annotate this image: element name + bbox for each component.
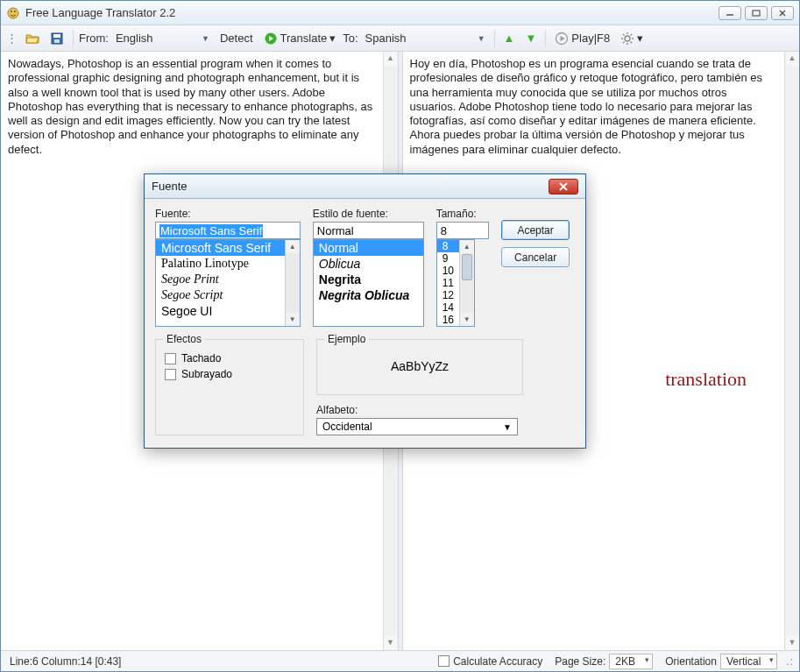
alphabet-value: Occidental bbox=[322, 421, 372, 433]
from-label: From: bbox=[79, 32, 109, 45]
font-size-value: 8 bbox=[441, 224, 447, 237]
alphabet-select[interactable]: Occidental ▼ bbox=[316, 418, 518, 435]
play-button[interactable]: Play|F8 bbox=[551, 30, 613, 47]
list-item[interactable]: Segoe Print bbox=[156, 272, 300, 287]
effects-group: Efectos Tachado Subrayado bbox=[155, 339, 304, 435]
ok-button[interactable]: Aceptar bbox=[501, 220, 570, 240]
alphabet-label: Alfabeto: bbox=[316, 404, 523, 416]
settings-button[interactable]: ▾ bbox=[617, 30, 647, 47]
statusbar: Line:6 Column:14 [0:43] Calculate Accura… bbox=[1, 650, 799, 671]
translation-watermark: translation bbox=[665, 367, 747, 392]
scroll-thumb[interactable] bbox=[462, 254, 472, 280]
page-size-label: Page Size: bbox=[555, 655, 605, 668]
orientation-select[interactable]: Vertical bbox=[720, 654, 777, 669]
scrollbar[interactable]: ▲▼ bbox=[459, 240, 474, 326]
effects-legend: Efectos bbox=[163, 333, 205, 345]
checkbox-icon bbox=[438, 655, 450, 667]
resize-grip[interactable]: .: bbox=[786, 655, 794, 668]
gear-icon bbox=[620, 32, 634, 46]
detect-label: Detect bbox=[220, 32, 253, 45]
style-field-label: Estilo de fuente: bbox=[313, 208, 424, 220]
detect-button[interactable]: Detect bbox=[216, 30, 257, 46]
chevron-down-icon: ▼ bbox=[202, 34, 209, 43]
scroll-up-icon[interactable]: ▲ bbox=[460, 240, 474, 253]
example-group: Ejemplo AaBbYyZz bbox=[316, 339, 523, 395]
close-button[interactable] bbox=[771, 6, 794, 20]
scroll-down-icon[interactable]: ▼ bbox=[286, 313, 300, 326]
strikethrough-label: Tachado bbox=[181, 352, 221, 364]
list-item[interactable]: Negrita Oblicua bbox=[314, 287, 423, 303]
app-icon bbox=[6, 6, 20, 20]
font-list[interactable]: Microsoft Sans Serif Palatino Linotype S… bbox=[155, 239, 301, 327]
play-circle-icon bbox=[264, 32, 278, 46]
list-item[interactable]: Segoe UI bbox=[156, 303, 300, 319]
calc-accuracy-toggle[interactable]: Calculate Accuracy bbox=[435, 655, 546, 668]
svg-rect-9 bbox=[54, 39, 60, 43]
scrollbar[interactable]: ▲ ▼ bbox=[784, 52, 799, 650]
list-item[interactable]: Negrita bbox=[314, 272, 423, 287]
list-item[interactable]: Palatino Linotype bbox=[156, 256, 300, 272]
font-style-input[interactable]: Normal bbox=[313, 222, 424, 239]
underline-label: Subrayado bbox=[181, 368, 232, 380]
maximize-button[interactable] bbox=[745, 6, 768, 20]
to-language-select[interactable]: Spanish ▼ bbox=[362, 30, 489, 46]
example-legend: Ejemplo bbox=[324, 333, 369, 345]
cancel-button[interactable]: Cancelar bbox=[501, 247, 570, 267]
list-item[interactable]: Normal bbox=[314, 240, 423, 256]
orientation-value: Vertical bbox=[726, 655, 761, 668]
font-name-input[interactable]: Microsoft Sans Serif bbox=[155, 222, 301, 239]
calc-accuracy-label: Calculate Accuracy bbox=[453, 655, 542, 668]
from-language-select[interactable]: English ▼ bbox=[112, 30, 213, 46]
window-title: Free Language Translator 2.2 bbox=[25, 6, 719, 19]
ok-label: Aceptar bbox=[517, 224, 553, 237]
scroll-up-icon[interactable]: ▲ bbox=[286, 240, 300, 253]
font-field-label: Fuente: bbox=[155, 208, 301, 220]
dialog-titlebar[interactable]: Fuente bbox=[145, 174, 585, 199]
save-icon bbox=[50, 32, 64, 46]
scroll-up-icon[interactable]: ▲ bbox=[786, 52, 799, 66]
scrollbar[interactable]: ▲▼ bbox=[285, 240, 300, 326]
strikethrough-toggle[interactable]: Tachado bbox=[165, 352, 294, 364]
arrow-up-icon: ▲ bbox=[504, 32, 515, 45]
minimize-button[interactable] bbox=[719, 6, 741, 20]
svg-line-20 bbox=[623, 41, 625, 43]
font-style-value: Normal bbox=[317, 224, 354, 237]
to-label: To: bbox=[343, 32, 358, 45]
svg-point-12 bbox=[625, 36, 630, 41]
style-list[interactable]: Normal Oblicua Negrita Negrita Oblicua bbox=[313, 239, 424, 327]
folder-open-icon bbox=[25, 32, 39, 46]
titlebar: Free Language Translator 2.2 bbox=[1, 1, 799, 25]
size-list[interactable]: 8 9 10 11 12 14 16 ▲▼ bbox=[436, 239, 475, 327]
play-label: Play|F8 bbox=[571, 32, 610, 45]
cursor-position: Line:6 Column:14 [0:43] bbox=[6, 655, 429, 668]
svg-line-18 bbox=[631, 41, 633, 43]
save-button[interactable] bbox=[46, 30, 67, 47]
svg-rect-4 bbox=[753, 11, 760, 16]
list-item[interactable]: Segoe Script bbox=[156, 287, 300, 303]
translate-button[interactable]: Translate ▾ bbox=[260, 30, 340, 47]
scroll-down-icon[interactable]: ▼ bbox=[384, 636, 397, 650]
font-size-input[interactable]: 8 bbox=[436, 222, 489, 239]
to-language-value: Spanish bbox=[365, 32, 407, 45]
font-dialog: Fuente Fuente: Microsoft Sans Serif Micr… bbox=[144, 173, 586, 449]
dialog-close-button[interactable] bbox=[549, 179, 578, 195]
scroll-up-icon[interactable]: ▲ bbox=[384, 52, 397, 66]
page-size-value: 2KB bbox=[615, 655, 635, 668]
move-up-button[interactable]: ▲ bbox=[500, 30, 519, 46]
translate-label: Translate bbox=[280, 32, 328, 45]
checkbox-icon bbox=[165, 369, 176, 380]
cancel-label: Cancelar bbox=[514, 251, 556, 264]
underline-toggle[interactable]: Subrayado bbox=[165, 368, 294, 380]
font-name-value: Microsoft Sans Serif bbox=[159, 224, 263, 237]
from-language-value: English bbox=[116, 32, 153, 45]
move-down-button[interactable]: ▼ bbox=[521, 30, 540, 46]
scroll-down-icon[interactable]: ▼ bbox=[786, 636, 799, 650]
chevron-down-icon: ▾ bbox=[329, 32, 336, 45]
list-item[interactable]: Oblicua bbox=[314, 256, 423, 272]
open-button[interactable] bbox=[22, 30, 43, 47]
page-size-select[interactable]: 2KB bbox=[609, 654, 653, 669]
checkbox-icon bbox=[165, 353, 176, 364]
target-text: Hoy en día, Photoshop es un programa ese… bbox=[410, 57, 793, 157]
scroll-down-icon[interactable]: ▼ bbox=[460, 313, 474, 326]
list-item[interactable]: Microsoft Sans Serif bbox=[156, 240, 300, 256]
